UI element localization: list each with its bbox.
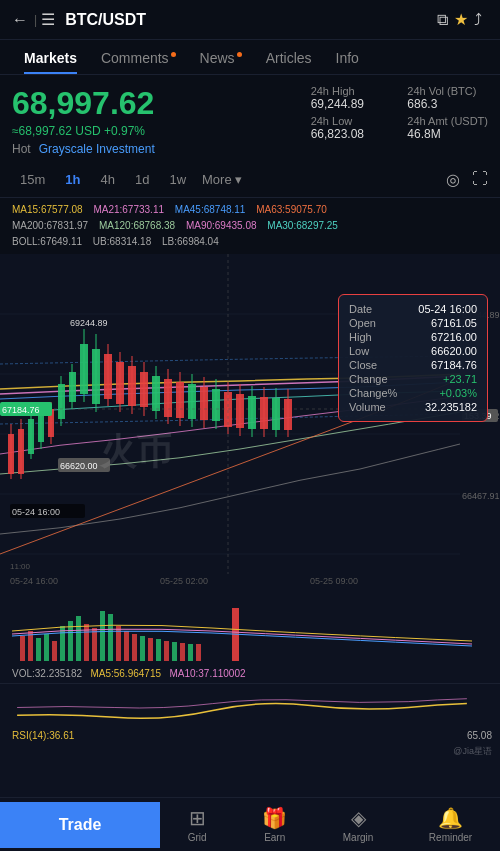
boll: BOLL:67649.11 [12,236,82,247]
svg-rect-75 [28,631,33,661]
social-handle: @Jia星语 [0,743,500,760]
tooltip-close-value: 67184.76 [431,359,477,371]
candle-tooltip: Date 05-24 16:00 Open 67161.05 High 6721… [338,294,488,422]
tooltip-open-value: 67161.05 [431,317,477,329]
divider: | [34,13,37,27]
trade-button[interactable]: Trade [0,802,160,848]
tab-comments[interactable]: Comments [89,40,188,74]
svg-rect-91 [156,639,161,661]
ub: UB:68314.18 [93,236,151,247]
reminder-icon: 🔔 [438,806,463,830]
tooltip-low-row: Low 66620.00 [349,345,477,357]
nav-margin[interactable]: ◈ Margin [339,798,378,851]
back-icon[interactable]: ← [12,11,28,29]
ma90: MA90:69435.08 [186,220,257,231]
hot-badge: Hot [12,142,31,156]
nav-reminder[interactable]: 🔔 Reminder [425,798,476,851]
nav-tabs: Markets Comments News Articles Info [0,40,500,75]
tab-markets[interactable]: Markets [12,40,89,74]
tab-articles[interactable]: Articles [254,40,324,74]
rsi-section: RSI(14):36.61 65.08 [0,683,500,743]
svg-rect-76 [36,638,41,661]
svg-rect-83 [92,628,97,661]
svg-text:05-24 16:00: 05-24 16:00 [12,507,60,517]
tooltip-change-label: Change [349,373,388,385]
external-icon[interactable]: ⤴ [474,11,482,29]
svg-rect-94 [180,643,185,661]
svg-rect-88 [132,634,137,661]
vol-btc-value: 686.3 [407,97,488,111]
price-usd: ≈68,997.62 USD +0.97% [12,124,311,138]
high-label: 24h High [311,85,392,97]
low-value: 66,823.08 [311,127,392,141]
time-1w[interactable]: 1w [161,168,194,191]
chart-controls: ◎ ⛶ [446,170,488,189]
main-price: 68,997.62 [12,85,311,122]
time-15m[interactable]: 15m [12,168,53,191]
tooltip-date-label: Date [349,303,372,315]
time-more[interactable]: More ▾ [202,172,242,187]
svg-rect-84 [100,611,105,661]
nav-grid[interactable]: ⊞ Grid [184,798,211,851]
low-label: 24h Low [311,115,392,127]
svg-rect-92 [164,641,169,661]
tooltip-changepct-label: Change% [349,387,397,399]
chart-area[interactable]: 69244.89 [0,254,500,604]
svg-text:05-24 16:00: 05-24 16:00 [10,576,58,586]
tooltip-close-row: Close 67184.76 [349,359,477,371]
tooltip-change-row: Change +23.71 [349,373,477,385]
tooltip-changepct-value: +0.03% [439,387,477,399]
grid-label: Grid [188,832,207,843]
svg-text:67184.76: 67184.76 [2,405,40,415]
svg-rect-74 [20,636,25,661]
tooltip-low-label: Low [349,345,369,357]
svg-text:11:00: 11:00 [10,562,31,571]
tab-info[interactable]: Info [324,40,371,74]
svg-text:66467.91: 66467.91 [462,491,500,501]
time-4h[interactable]: 4h [92,168,122,191]
tooltip-date-value: 05-24 16:00 [418,303,477,315]
svg-rect-85 [108,614,113,661]
grid-icon: ⊞ [189,806,206,830]
ma15: MA15:67577.08 [12,204,83,215]
ma120: MA120:68768.38 [99,220,175,231]
pair-title: BTC/USDT [65,11,146,29]
tooltip-low-value: 66620.00 [431,345,477,357]
earn-label: Earn [264,832,285,843]
tooltip-volume-row: Volume 32.235182 [349,401,477,413]
svg-rect-87 [124,631,129,661]
price-section: 68,997.62 ≈68,997.62 USD +0.97% Hot Gray… [0,75,500,162]
svg-rect-95 [188,644,193,661]
tooltip-volume-label: Volume [349,401,386,413]
tooltip-date-row: Date 05-24 16:00 [349,303,477,315]
nav-earn[interactable]: 🎁 Earn [258,798,291,851]
ma200: MA200:67831.97 [12,220,88,231]
top-bar: ← | ☰ BTC/USDT ⧉ ★ ⤴ [0,0,500,40]
time-bar: 15m 1h 4h 1d 1w More ▾ ◎ ⛶ [0,162,500,198]
tooltip-high-value: 67216.00 [431,331,477,343]
time-1h[interactable]: 1h [57,168,88,191]
bottom-nav: Trade ⊞ Grid 🎁 Earn ◈ Margin 🔔 Reminder [0,797,500,851]
svg-text:66620.00: 66620.00 [60,461,98,471]
copy-icon[interactable]: ⧉ [437,11,448,29]
ma21: MA21:67733.11 [93,204,164,215]
rsi-right-value: 65.08 [467,730,492,741]
tooltip-high-row: High 67216.00 [349,331,477,343]
menu-icon[interactable]: ☰ [41,10,55,29]
tooltip-open-row: Open 67161.05 [349,317,477,329]
reminder-label: Reminder [429,832,472,843]
vol-btc-label: 24h Vol (BTC) [407,85,488,97]
eye-icon[interactable]: ◎ [446,170,460,189]
star-icon[interactable]: ★ [454,10,468,29]
svg-rect-78 [52,641,57,661]
svg-text:05-25 09:00: 05-25 09:00 [310,576,358,586]
tab-news[interactable]: News [188,40,254,74]
time-1d[interactable]: 1d [127,168,157,191]
svg-rect-96 [196,644,201,661]
tooltip-volume-value: 32.235182 [425,401,477,413]
ma-line: MA15:67577.08 MA21:67733.11 MA45:68748.1… [0,198,500,254]
fullscreen-icon[interactable]: ⛶ [472,170,488,189]
lb: LB:66984.04 [162,236,219,247]
grayscale-link[interactable]: Grayscale Investment [39,142,155,156]
stats-panel: 24h High 69,244.89 24h Vol (BTC) 686.3 2… [311,85,488,141]
